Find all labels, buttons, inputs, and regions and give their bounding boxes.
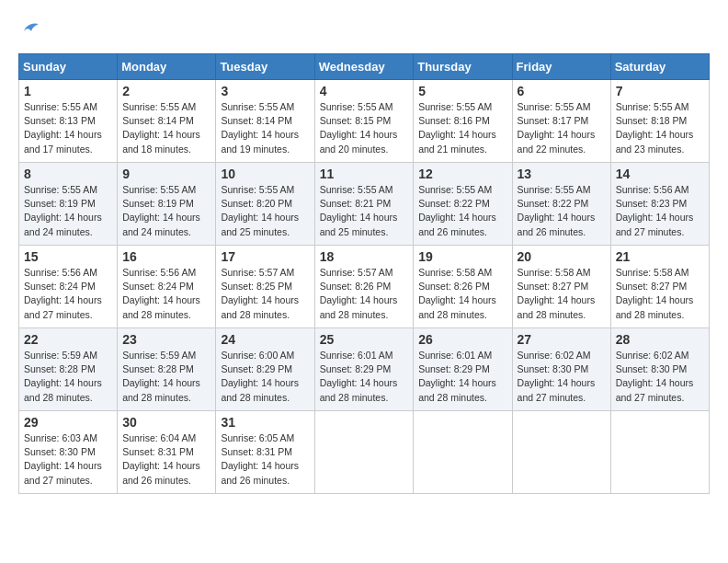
calendar-day-cell: 30 Sunrise: 6:04 AMSunset: 8:31 PMDaylig… [118,411,216,494]
day-number: 20 [518,249,606,264]
calendar-day-cell: 25 Sunrise: 6:01 AMSunset: 8:29 PMDaylig… [314,328,414,411]
calendar-day-cell: 12 Sunrise: 5:55 AMSunset: 8:22 PMDaylig… [414,163,512,246]
day-number: 12 [418,167,506,181]
calendar-header-row: SundayMondayTuesdayWednesdayThursdayFrid… [19,54,710,80]
page-header [18,18,710,44]
calendar-day-cell: 11 Sunrise: 5:55 AMSunset: 8:21 PMDaylig… [314,163,414,246]
calendar-day-cell: 16 Sunrise: 5:56 AMSunset: 8:24 PMDaylig… [118,246,216,328]
day-info: Sunrise: 5:58 AMSunset: 8:27 PMDaylight:… [518,267,596,320]
logo [18,18,40,44]
day-info: Sunrise: 5:55 AMSunset: 8:15 PMDaylight:… [320,101,398,155]
day-number: 2 [122,84,210,98]
calendar-header-wednesday: Wednesday [314,54,414,80]
day-number: 3 [221,84,309,98]
calendar-day-cell: 28 Sunrise: 6:02 AMSunset: 8:30 PMDaylig… [610,328,709,411]
calendar-header-friday: Friday [512,54,610,80]
day-info: Sunrise: 5:58 AMSunset: 8:26 PMDaylight:… [418,267,496,320]
calendar-day-cell: 3 Sunrise: 5:55 AMSunset: 8:14 PMDayligh… [216,80,314,163]
calendar-header-sunday: Sunday [19,54,118,80]
day-info: Sunrise: 6:05 AMSunset: 8:31 PMDaylight:… [221,432,299,486]
day-info: Sunrise: 5:55 AMSunset: 8:14 PMDaylight:… [221,101,299,155]
day-number: 13 [518,167,606,181]
calendar-day-cell: 17 Sunrise: 5:57 AMSunset: 8:25 PMDaylig… [216,246,314,328]
day-info: Sunrise: 6:00 AMSunset: 8:29 PMDaylight:… [221,350,299,403]
day-info: Sunrise: 6:02 AMSunset: 8:30 PMDaylight:… [518,350,596,403]
day-info: Sunrise: 6:04 AMSunset: 8:31 PMDaylight:… [122,432,200,486]
calendar-day-cell: 6 Sunrise: 5:55 AMSunset: 8:17 PMDayligh… [512,80,610,163]
calendar-week-row: 22 Sunrise: 5:59 AMSunset: 8:28 PMDaylig… [19,328,710,411]
calendar-header-monday: Monday [118,54,216,80]
day-number: 30 [122,415,210,430]
day-info: Sunrise: 5:56 AMSunset: 8:23 PMDaylight:… [616,184,694,237]
day-number: 23 [122,332,210,347]
day-number: 15 [24,249,112,264]
calendar-day-cell: 8 Sunrise: 5:55 AMSunset: 8:19 PMDayligh… [19,163,118,246]
day-info: Sunrise: 5:59 AMSunset: 8:28 PMDaylight:… [24,350,102,403]
calendar-day-cell: 2 Sunrise: 5:55 AMSunset: 8:14 PMDayligh… [118,80,216,163]
day-number: 28 [616,332,704,347]
calendar-day-cell: 4 Sunrise: 5:55 AMSunset: 8:15 PMDayligh… [314,80,414,163]
day-info: Sunrise: 6:02 AMSunset: 8:30 PMDaylight:… [616,350,694,403]
day-number: 11 [320,167,409,181]
calendar-day-cell: 14 Sunrise: 5:56 AMSunset: 8:23 PMDaylig… [610,163,709,246]
calendar-day-cell: 22 Sunrise: 5:59 AMSunset: 8:28 PMDaylig… [19,328,118,411]
day-info: Sunrise: 5:55 AMSunset: 8:18 PMDaylight:… [616,101,694,155]
day-info: Sunrise: 5:55 AMSunset: 8:21 PMDaylight:… [320,184,398,237]
day-info: Sunrise: 5:55 AMSunset: 8:19 PMDaylight:… [122,184,200,237]
day-number: 14 [616,167,704,181]
calendar-day-cell: 20 Sunrise: 5:58 AMSunset: 8:27 PMDaylig… [512,246,610,328]
calendar-day-cell: 13 Sunrise: 5:55 AMSunset: 8:22 PMDaylig… [512,163,610,246]
calendar-day-cell: 7 Sunrise: 5:55 AMSunset: 8:18 PMDayligh… [610,80,709,163]
day-info: Sunrise: 5:55 AMSunset: 8:22 PMDaylight:… [518,184,596,237]
calendar-day-cell: 1 Sunrise: 5:55 AMSunset: 8:13 PMDayligh… [19,80,118,163]
day-info: Sunrise: 5:55 AMSunset: 8:20 PMDaylight:… [221,184,299,237]
day-number: 27 [518,332,606,347]
day-number: 7 [616,84,704,98]
day-info: Sunrise: 5:56 AMSunset: 8:24 PMDaylight:… [24,267,102,320]
calendar-day-cell: 18 Sunrise: 5:57 AMSunset: 8:26 PMDaylig… [314,246,414,328]
day-number: 19 [418,249,506,264]
day-number: 16 [122,249,210,264]
calendar-day-cell: 24 Sunrise: 6:00 AMSunset: 8:29 PMDaylig… [216,328,314,411]
day-info: Sunrise: 5:57 AMSunset: 8:25 PMDaylight:… [221,267,299,320]
day-number: 18 [320,249,409,264]
calendar-empty-cell [610,411,709,494]
calendar-day-cell: 26 Sunrise: 6:01 AMSunset: 8:29 PMDaylig… [414,328,512,411]
day-info: Sunrise: 5:55 AMSunset: 8:17 PMDaylight:… [518,101,596,155]
calendar-day-cell: 9 Sunrise: 5:55 AMSunset: 8:19 PMDayligh… [118,163,216,246]
calendar-header-thursday: Thursday [414,54,512,80]
calendar-day-cell: 23 Sunrise: 5:59 AMSunset: 8:28 PMDaylig… [118,328,216,411]
day-number: 22 [24,332,112,347]
day-info: Sunrise: 5:55 AMSunset: 8:22 PMDaylight:… [418,184,496,237]
day-info: Sunrise: 5:57 AMSunset: 8:26 PMDaylight:… [320,267,398,320]
calendar-empty-cell [512,411,610,494]
calendar-day-cell: 15 Sunrise: 5:56 AMSunset: 8:24 PMDaylig… [19,246,118,328]
day-number: 4 [320,84,409,98]
calendar-day-cell: 31 Sunrise: 6:05 AMSunset: 8:31 PMDaylig… [216,411,314,494]
day-info: Sunrise: 5:59 AMSunset: 8:28 PMDaylight:… [122,350,200,403]
day-info: Sunrise: 5:58 AMSunset: 8:27 PMDaylight:… [616,267,694,320]
calendar-week-row: 29 Sunrise: 6:03 AMSunset: 8:30 PMDaylig… [19,411,710,494]
day-number: 21 [616,249,704,264]
day-info: Sunrise: 6:01 AMSunset: 8:29 PMDaylight:… [320,350,398,403]
calendar-header-tuesday: Tuesday [216,54,314,80]
calendar-day-cell: 29 Sunrise: 6:03 AMSunset: 8:30 PMDaylig… [19,411,118,494]
day-info: Sunrise: 5:55 AMSunset: 8:13 PMDaylight:… [24,101,102,155]
calendar-day-cell: 19 Sunrise: 5:58 AMSunset: 8:26 PMDaylig… [414,246,512,328]
calendar-table: SundayMondayTuesdayWednesdayThursdayFrid… [18,53,710,494]
calendar-week-row: 1 Sunrise: 5:55 AMSunset: 8:13 PMDayligh… [19,80,710,163]
day-number: 31 [221,415,309,430]
calendar-day-cell: 5 Sunrise: 5:55 AMSunset: 8:16 PMDayligh… [414,80,512,163]
logo-bird-icon [20,18,40,44]
day-number: 1 [24,84,112,98]
calendar-empty-cell [414,411,512,494]
day-number: 6 [518,84,606,98]
calendar-empty-cell [314,411,414,494]
calendar-day-cell: 21 Sunrise: 5:58 AMSunset: 8:27 PMDaylig… [610,246,709,328]
calendar-week-row: 8 Sunrise: 5:55 AMSunset: 8:19 PMDayligh… [19,163,710,246]
day-info: Sunrise: 6:03 AMSunset: 8:30 PMDaylight:… [24,432,102,486]
day-info: Sunrise: 5:56 AMSunset: 8:24 PMDaylight:… [122,267,200,320]
day-number: 5 [418,84,506,98]
day-info: Sunrise: 5:55 AMSunset: 8:19 PMDaylight:… [24,184,102,237]
calendar-week-row: 15 Sunrise: 5:56 AMSunset: 8:24 PMDaylig… [19,246,710,328]
